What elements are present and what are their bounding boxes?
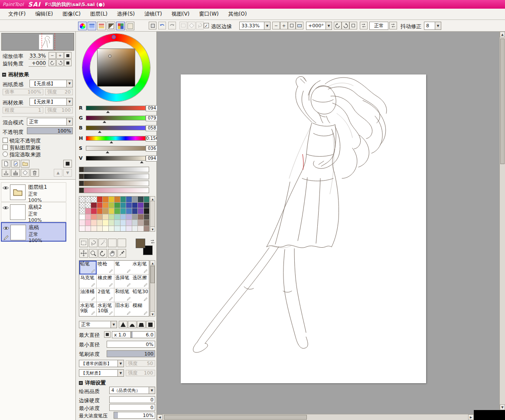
swatch[interactable]	[132, 220, 138, 226]
rotate-view-tool[interactable]	[98, 249, 107, 258]
v-slider[interactable]	[86, 156, 146, 161]
brush-item[interactable]: 旧水彩	[114, 302, 132, 316]
delete-layer-button[interactable]	[30, 169, 39, 177]
scroll-down-icon[interactable]: ▼	[150, 311, 155, 316]
new-view-button[interactable]	[149, 22, 156, 29]
scroll-up-icon[interactable]: ▲	[150, 261, 155, 265]
swatch[interactable]	[97, 220, 103, 226]
rgb-slider-toggle-button[interactable]	[88, 22, 96, 30]
brush-item[interactable]: 铅笔30	[132, 288, 149, 302]
min-density-slider[interactable]: 0	[109, 404, 155, 411]
brush-item[interactable]: 和纸笔	[114, 288, 132, 302]
chevron-down-icon[interactable]: ▼	[66, 98, 72, 105]
swatch[interactable]	[103, 197, 108, 202]
hue-cursor[interactable]	[112, 35, 116, 39]
brush-item[interactable]: 笔	[114, 261, 132, 275]
nav-rotate-cw-button[interactable]	[56, 59, 64, 66]
clipping-mask-checkbox[interactable]	[3, 145, 8, 150]
scroll-thumb[interactable]	[150, 266, 155, 283]
swatch[interactable]	[138, 208, 143, 214]
diameter-multiplier-box[interactable]: x 1.0	[112, 331, 131, 338]
slider-marker[interactable]	[98, 131, 101, 133]
hand-tool[interactable]	[108, 249, 117, 258]
brush-edge-shape-2[interactable]	[128, 321, 137, 328]
swatch[interactable]	[126, 197, 132, 202]
scroll-up-icon[interactable]: ▲	[150, 197, 155, 201]
swatch[interactable]	[97, 208, 103, 214]
nav-rotate-reset-button[interactable]	[64, 59, 72, 66]
swatch[interactable]	[91, 197, 97, 202]
chevron-down-icon[interactable]: ▼	[117, 360, 124, 367]
color-mixer-toggle-button[interactable]	[107, 22, 115, 30]
scroll-left-icon[interactable]: ◀	[157, 414, 163, 420]
saturation-value-square[interactable]	[97, 48, 135, 87]
chevron-down-icon[interactable]: ▼	[66, 118, 72, 125]
max-density-pressure-slider[interactable]: 10%	[114, 412, 155, 419]
swatch[interactable]	[126, 203, 132, 208]
swatch[interactable]	[144, 197, 150, 202]
swatch[interactable]	[138, 220, 143, 226]
swatch[interactable]	[79, 214, 85, 220]
swatch[interactable]	[97, 203, 103, 208]
b-slider[interactable]	[86, 126, 146, 130]
swatch[interactable]	[85, 203, 91, 208]
mix-bar[interactable]	[79, 174, 149, 179]
mix-bar[interactable]	[79, 181, 149, 186]
swatch[interactable]	[103, 214, 108, 220]
new-linework-layer-button[interactable]	[11, 160, 20, 168]
swatch[interactable]	[126, 208, 132, 214]
swatch[interactable]	[114, 208, 120, 214]
swatch[interactable]	[85, 214, 91, 220]
swatch[interactable]	[132, 208, 138, 214]
brush-item[interactable]: 橡皮擦	[97, 275, 114, 288]
canvas-area[interactable]	[157, 32, 499, 414]
empty-tool-slot[interactable]	[108, 239, 117, 247]
nav-zoom-in-button[interactable]: +	[56, 52, 64, 59]
brush-edge-shape-3[interactable]	[137, 321, 146, 328]
swatch[interactable]	[85, 197, 91, 202]
swatch[interactable]	[144, 208, 150, 214]
swatch[interactable]	[109, 208, 114, 214]
swatch[interactable]	[114, 226, 120, 232]
brush-grid-scrollbar[interactable]: ▲ ▼	[150, 260, 155, 317]
menu-item[interactable]: 图像(C)	[58, 8, 85, 20]
menu-item[interactable]: 文件(F)	[3, 8, 30, 20]
swatch[interactable]	[79, 220, 85, 226]
flip-canvas-button[interactable]	[360, 22, 368, 29]
swatch[interactable]	[114, 203, 120, 208]
brush-item[interactable]: 油漆桶	[79, 288, 97, 302]
swatch[interactable]	[91, 226, 97, 232]
swatch[interactable]	[126, 220, 132, 226]
swatch[interactable]	[132, 203, 138, 208]
mix-bar[interactable]	[79, 167, 149, 172]
magic-wand-tool[interactable]	[98, 239, 107, 247]
swatch[interactable]	[85, 208, 91, 214]
swatch[interactable]	[121, 214, 126, 220]
swatch[interactable]	[114, 197, 120, 202]
swatches-toggle-button[interactable]	[116, 22, 125, 30]
swatch[interactable]	[79, 226, 85, 232]
canvas[interactable]	[181, 74, 426, 383]
edge-hardness-slider[interactable]: 0	[109, 396, 155, 403]
swatch[interactable]	[121, 197, 126, 202]
brush-blend-combo[interactable]: 正常▼	[79, 321, 117, 328]
slider-marker[interactable]	[110, 141, 113, 143]
mix-handle[interactable]	[79, 167, 84, 172]
diameter-unit-button[interactable]	[104, 331, 111, 338]
foreground-color-swatch[interactable]	[136, 239, 145, 248]
chevron-down-icon[interactable]: ▼	[66, 80, 72, 87]
mix-handle[interactable]	[79, 174, 84, 179]
scroll-down-icon[interactable]: ▼	[500, 404, 505, 410]
brush-edge-shape-4[interactable]	[146, 321, 155, 328]
swatch[interactable]	[103, 203, 108, 208]
hsv-slider-toggle-button[interactable]	[97, 22, 106, 30]
blend-mode-combo[interactable]: 正常▼	[27, 118, 73, 126]
layer-row-selected[interactable]: 底稿 正常 100%	[1, 222, 66, 242]
swatch[interactable]	[138, 197, 143, 202]
rotate-ccw-button[interactable]	[334, 22, 342, 29]
swatch-scrollbar[interactable]: ▲ ▼	[150, 196, 155, 232]
swatch[interactable]	[138, 214, 143, 220]
brush-item[interactable]: 马克笔	[79, 275, 97, 288]
scroll-thumb[interactable]	[500, 39, 505, 164]
nav-zoom-reset-button[interactable]	[64, 52, 72, 59]
